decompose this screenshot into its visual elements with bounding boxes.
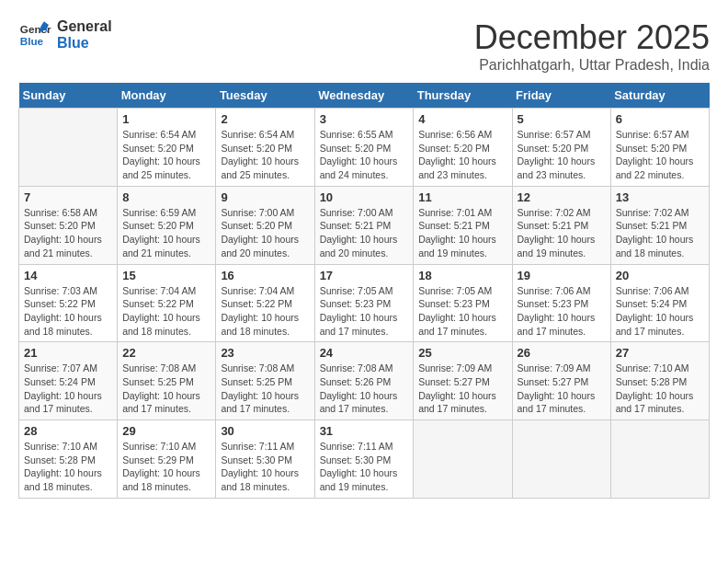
column-header-sunday: Sunday	[19, 83, 118, 109]
day-info: Sunrise: 6:55 AM Sunset: 5:20 PM Dayligh…	[320, 128, 409, 182]
day-number: 17	[320, 269, 409, 282]
day-info: Sunrise: 7:08 AM Sunset: 5:25 PM Dayligh…	[122, 362, 210, 416]
day-info: Sunrise: 6:57 AM Sunset: 5:20 PM Dayligh…	[518, 128, 606, 182]
calendar-cell: 1Sunrise: 6:54 AM Sunset: 5:20 PM Daylig…	[118, 109, 216, 187]
calendar-cell: 3Sunrise: 6:55 AM Sunset: 5:20 PM Daylig…	[314, 109, 414, 187]
day-info: Sunrise: 7:10 AM Sunset: 5:28 PM Dayligh…	[24, 440, 112, 494]
day-info: Sunrise: 7:09 AM Sunset: 5:27 PM Dayligh…	[518, 362, 606, 416]
title-area: December 2025 Parichhatgarh, Uttar Prade…	[474, 18, 710, 74]
column-header-thursday: Thursday	[414, 83, 512, 109]
day-info: Sunrise: 6:54 AM Sunset: 5:20 PM Dayligh…	[122, 128, 210, 182]
day-number: 19	[518, 269, 606, 282]
day-info: Sunrise: 7:11 AM Sunset: 5:30 PM Dayligh…	[221, 440, 309, 494]
day-info: Sunrise: 7:01 AM Sunset: 5:21 PM Dayligh…	[418, 206, 506, 260]
calendar-cell: 31Sunrise: 7:11 AM Sunset: 5:30 PM Dayli…	[314, 420, 414, 499]
day-info: Sunrise: 6:57 AM Sunset: 5:20 PM Dayligh…	[616, 128, 704, 182]
day-number: 10	[320, 190, 409, 204]
calendar-cell: 15Sunrise: 7:04 AM Sunset: 5:22 PM Dayli…	[118, 264, 216, 342]
day-number: 20	[616, 269, 704, 282]
calendar-cell: 14Sunrise: 7:03 AM Sunset: 5:22 PM Dayli…	[19, 264, 118, 342]
calendar-table: SundayMondayTuesdayWednesdayThursdayFrid…	[18, 83, 710, 499]
column-header-saturday: Saturday	[610, 83, 709, 109]
day-number: 11	[418, 190, 506, 204]
day-info: Sunrise: 7:08 AM Sunset: 5:25 PM Dayligh…	[221, 362, 309, 416]
day-number: 14	[24, 269, 112, 282]
logo-blue: Blue	[57, 35, 112, 52]
calendar-cell: 4Sunrise: 6:56 AM Sunset: 5:20 PM Daylig…	[414, 109, 512, 187]
location-title: Parichhatgarh, Uttar Pradesh, India	[474, 57, 710, 74]
day-info: Sunrise: 7:09 AM Sunset: 5:27 PM Dayligh…	[418, 362, 506, 416]
day-number: 13	[616, 190, 704, 204]
calendar-cell: 28Sunrise: 7:10 AM Sunset: 5:28 PM Dayli…	[19, 420, 118, 499]
day-number: 4	[418, 112, 506, 126]
logo: General Blue General Blue	[18, 18, 112, 52]
day-number: 26	[518, 346, 606, 360]
calendar-cell: 17Sunrise: 7:05 AM Sunset: 5:23 PM Dayli…	[314, 264, 414, 342]
calendar-cell: 7Sunrise: 6:58 AM Sunset: 5:20 PM Daylig…	[19, 186, 118, 264]
day-number: 30	[221, 424, 309, 438]
day-number: 12	[518, 190, 606, 204]
day-info: Sunrise: 6:58 AM Sunset: 5:20 PM Dayligh…	[24, 206, 112, 260]
month-title: December 2025	[474, 18, 710, 57]
svg-text:Blue: Blue	[20, 35, 44, 47]
calendar-cell: 13Sunrise: 7:02 AM Sunset: 5:21 PM Dayli…	[610, 186, 709, 264]
calendar-header-row: SundayMondayTuesdayWednesdayThursdayFrid…	[19, 83, 710, 109]
calendar-cell: 23Sunrise: 7:08 AM Sunset: 5:25 PM Dayli…	[216, 342, 314, 420]
day-info: Sunrise: 7:04 AM Sunset: 5:22 PM Dayligh…	[221, 284, 309, 339]
day-number: 6	[616, 112, 704, 126]
day-info: Sunrise: 7:08 AM Sunset: 5:26 PM Dayligh…	[320, 362, 409, 416]
day-number: 21	[24, 346, 112, 360]
day-info: Sunrise: 7:04 AM Sunset: 5:22 PM Dayligh…	[122, 284, 210, 339]
calendar-cell	[512, 420, 610, 499]
calendar-cell: 9Sunrise: 7:00 AM Sunset: 5:20 PM Daylig…	[216, 186, 314, 264]
day-number: 22	[122, 346, 210, 360]
day-info: Sunrise: 6:59 AM Sunset: 5:20 PM Dayligh…	[122, 206, 210, 260]
day-info: Sunrise: 7:11 AM Sunset: 5:30 PM Dayligh…	[320, 440, 409, 494]
logo-general: General	[57, 18, 112, 35]
day-number: 7	[24, 190, 112, 204]
calendar-week-3: 14Sunrise: 7:03 AM Sunset: 5:22 PM Dayli…	[19, 264, 710, 342]
day-number: 3	[320, 112, 409, 126]
calendar-cell: 29Sunrise: 7:10 AM Sunset: 5:29 PM Dayli…	[118, 420, 216, 499]
day-info: Sunrise: 7:05 AM Sunset: 5:23 PM Dayligh…	[418, 284, 506, 339]
calendar-cell: 16Sunrise: 7:04 AM Sunset: 5:22 PM Dayli…	[216, 264, 314, 342]
calendar-cell: 10Sunrise: 7:00 AM Sunset: 5:21 PM Dayli…	[314, 186, 414, 264]
calendar-cell: 6Sunrise: 6:57 AM Sunset: 5:20 PM Daylig…	[610, 109, 709, 187]
calendar-week-2: 7Sunrise: 6:58 AM Sunset: 5:20 PM Daylig…	[19, 186, 710, 264]
day-number: 29	[122, 424, 210, 438]
day-info: Sunrise: 7:10 AM Sunset: 5:28 PM Dayligh…	[616, 362, 704, 416]
day-number: 24	[320, 346, 409, 360]
day-info: Sunrise: 7:10 AM Sunset: 5:29 PM Dayligh…	[122, 440, 210, 494]
day-info: Sunrise: 7:05 AM Sunset: 5:23 PM Dayligh…	[320, 284, 409, 339]
calendar-cell: 18Sunrise: 7:05 AM Sunset: 5:23 PM Dayli…	[414, 264, 512, 342]
day-number: 16	[221, 269, 309, 282]
calendar-cell: 11Sunrise: 7:01 AM Sunset: 5:21 PM Dayli…	[414, 186, 512, 264]
day-info: Sunrise: 6:56 AM Sunset: 5:20 PM Dayligh…	[418, 128, 506, 182]
day-number: 27	[616, 346, 704, 360]
column-header-monday: Monday	[118, 83, 216, 109]
day-info: Sunrise: 7:03 AM Sunset: 5:22 PM Dayligh…	[24, 284, 112, 339]
calendar-cell: 19Sunrise: 7:06 AM Sunset: 5:23 PM Dayli…	[512, 264, 610, 342]
calendar-cell	[19, 109, 118, 187]
calendar-cell: 22Sunrise: 7:08 AM Sunset: 5:25 PM Dayli…	[118, 342, 216, 420]
day-number: 5	[518, 112, 606, 126]
column-header-wednesday: Wednesday	[314, 83, 414, 109]
day-info: Sunrise: 6:54 AM Sunset: 5:20 PM Dayligh…	[221, 128, 309, 182]
day-number: 18	[418, 269, 506, 282]
day-info: Sunrise: 7:02 AM Sunset: 5:21 PM Dayligh…	[518, 206, 606, 260]
calendar-cell: 21Sunrise: 7:07 AM Sunset: 5:24 PM Dayli…	[19, 342, 118, 420]
day-number: 31	[320, 424, 409, 438]
day-info: Sunrise: 7:06 AM Sunset: 5:24 PM Dayligh…	[616, 284, 704, 339]
calendar-cell: 5Sunrise: 6:57 AM Sunset: 5:20 PM Daylig…	[512, 109, 610, 187]
page-header: General Blue General Blue December 2025 …	[18, 18, 710, 74]
calendar-cell: 25Sunrise: 7:09 AM Sunset: 5:27 PM Dayli…	[414, 342, 512, 420]
calendar-cell: 26Sunrise: 7:09 AM Sunset: 5:27 PM Dayli…	[512, 342, 610, 420]
column-header-friday: Friday	[512, 83, 610, 109]
day-number: 15	[122, 269, 210, 282]
column-header-tuesday: Tuesday	[216, 83, 314, 109]
day-number: 25	[418, 346, 506, 360]
day-info: Sunrise: 7:02 AM Sunset: 5:21 PM Dayligh…	[616, 206, 704, 260]
calendar-cell: 2Sunrise: 6:54 AM Sunset: 5:20 PM Daylig…	[216, 109, 314, 187]
calendar-cell: 30Sunrise: 7:11 AM Sunset: 5:30 PM Dayli…	[216, 420, 314, 499]
calendar-cell: 20Sunrise: 7:06 AM Sunset: 5:24 PM Dayli…	[610, 264, 709, 342]
